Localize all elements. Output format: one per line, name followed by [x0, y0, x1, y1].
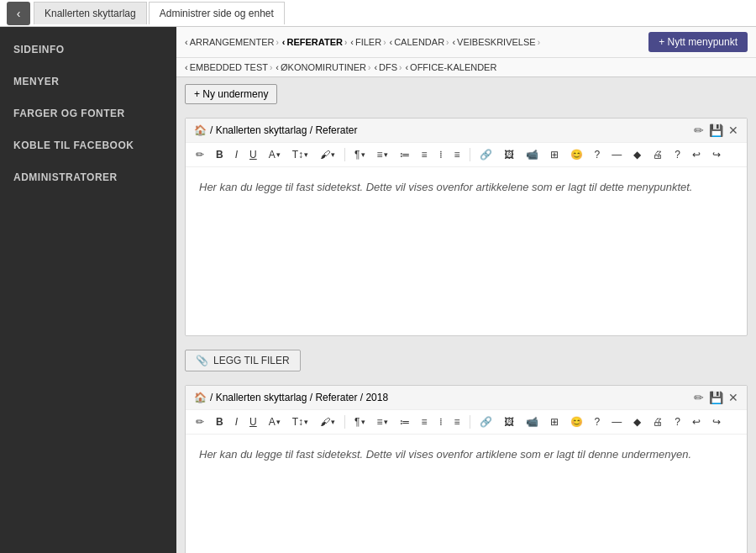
- toolbar-list1-btn[interactable]: ≔: [395, 146, 415, 163]
- chevron-right-icon5: ›: [538, 38, 540, 47]
- toolbar2-shape-btn[interactable]: ◆: [628, 413, 646, 430]
- sidebar-item-koble[interactable]: KOBLE TIL FACEBOOK: [0, 129, 176, 161]
- nav-dfs[interactable]: ‹ DFS ›: [374, 62, 402, 72]
- close-icon[interactable]: ✕: [728, 124, 738, 137]
- main-layout: SIDEINFO MENYER FARGER OG FONTER KOBLE T…: [0, 27, 756, 553]
- toolbar2-italic-btn[interactable]: I: [230, 413, 243, 430]
- toolbar-link-btn[interactable]: 🔗: [475, 146, 497, 163]
- chevron-left-icon: ‹: [185, 37, 188, 47]
- toolbar-image-btn[interactable]: 🖼: [499, 146, 519, 163]
- nav-office-kalender[interactable]: ‹ OFFICE-KALENDER: [405, 62, 496, 72]
- toolbar2-size-btn[interactable]: T↕ ▾: [287, 413, 313, 430]
- toolbar-edit-btn[interactable]: ✏: [191, 146, 209, 163]
- new-menu-button[interactable]: + Nytt menypunkt: [648, 32, 748, 52]
- toolbar2-list1-btn[interactable]: ≔: [395, 413, 415, 430]
- edit-icon[interactable]: ✏: [694, 124, 704, 137]
- chevron-right-icon: ›: [276, 38, 279, 47]
- file-upload-button[interactable]: 📎 LEGG TIL FILER: [185, 350, 301, 371]
- toolbar-dash-btn[interactable]: —: [606, 146, 627, 163]
- toolbar-shape-btn[interactable]: ◆: [628, 146, 646, 163]
- chevron-right-icon6: ›: [270, 63, 272, 72]
- edit-icon2[interactable]: ✏: [694, 391, 704, 404]
- nav-arrangementer[interactable]: ‹ ARRANGEMENTER ›: [185, 37, 279, 47]
- toolbar2-image-btn[interactable]: 🖼: [499, 413, 519, 430]
- chevron-left-icon3: ‹: [350, 37, 354, 47]
- save-icon2[interactable]: 💾: [709, 391, 723, 404]
- toolbar2-video-btn[interactable]: 📹: [521, 413, 543, 430]
- editor1-content[interactable]: Her kan du legge til fast sidetekst. Det…: [186, 167, 747, 335]
- chevron-left-icon5: ‹: [452, 37, 455, 47]
- toolbar-highlight-btn[interactable]: 🖌 ▾: [315, 146, 340, 163]
- toolbar-special-btn[interactable]: ?: [590, 146, 606, 163]
- new-submenu-button[interactable]: + Ny undermeny: [185, 84, 277, 104]
- editor1-actions: ✏ 💾 ✕: [694, 124, 738, 137]
- toolbar2-link-btn[interactable]: 🔗: [475, 413, 497, 430]
- sidebar-item-farger[interactable]: FARGER OG FONTER: [0, 97, 176, 129]
- toolbar-list3-btn[interactable]: ≡: [449, 146, 465, 163]
- nav-calendar[interactable]: ‹ CALENDAR ›: [390, 37, 449, 47]
- toolbar-help-btn[interactable]: ?: [669, 146, 685, 163]
- toolbar-indent-btn[interactable]: ⁞: [434, 146, 448, 163]
- toolbar-redo-btn[interactable]: ↪: [707, 146, 726, 163]
- toolbar2-help-btn[interactable]: ?: [669, 413, 685, 430]
- toolbar2-divider2: [470, 415, 470, 429]
- toolbar-align-btn[interactable]: ≡ ▾: [372, 146, 393, 163]
- toolbar-size-btn[interactable]: T↕ ▾: [287, 146, 313, 163]
- toolbar-video-btn[interactable]: 📹: [521, 146, 543, 163]
- editor-block-1: 🏠 / Knallerten skyttarlag / Referater ✏ …: [185, 118, 748, 336]
- home-icon: 🏠: [194, 124, 207, 136]
- toolbar2-underline-btn[interactable]: U: [244, 413, 262, 430]
- sidebar-item-sideinfo[interactable]: SIDEINFO: [0, 34, 176, 66]
- toolbar2-undo-btn[interactable]: ↩: [687, 413, 706, 430]
- toolbar2-table-btn[interactable]: ⊞: [545, 413, 564, 430]
- toolbar2-highlight-btn[interactable]: 🖌 ▾: [315, 413, 340, 430]
- toolbar2-bold-btn[interactable]: B: [211, 413, 228, 430]
- toolbar2-dash-btn[interactable]: —: [606, 413, 627, 430]
- editor2-toolbar: ✏ B I U A ▾ T↕ ▾ 🖌 ▾ ¶ ▾ ≡ ▾ ≔ ≡ ⁞ ≡ 🔗 🖼…: [186, 410, 747, 434]
- chevron-right-icon4: ›: [446, 38, 449, 47]
- nav-okonomirutiner[interactable]: ‹ ØKONOMIRUTINER ›: [276, 62, 370, 72]
- nav-referater[interactable]: ‹ REFERATER ›: [282, 37, 347, 47]
- toolbar2-redo-btn[interactable]: ↪: [707, 413, 726, 430]
- sidebar: SIDEINFO MENYER FARGER OG FONTER KOBLE T…: [0, 27, 176, 553]
- editor2-breadcrumb: 🏠 / Knallerten skyttarlag / Referater / …: [186, 386, 747, 410]
- toolbar-table-btn[interactable]: ⊞: [545, 146, 564, 163]
- toolbar2-paragraph-btn[interactable]: ¶ ▾: [349, 413, 370, 430]
- editor1-breadcrumb-text: / Knallerten skyttarlag / Referater: [210, 124, 357, 136]
- toolbar-color-btn[interactable]: A ▾: [264, 146, 286, 163]
- tab-knallerten[interactable]: Knallerten skyttarlag: [34, 2, 147, 24]
- nav-filer[interactable]: ‹ FILER ›: [350, 37, 386, 47]
- toolbar-italic-btn[interactable]: I: [230, 146, 243, 163]
- editor2-content[interactable]: Her kan du legge til fast sidetekst. Det…: [186, 434, 747, 553]
- toolbar2-align-btn[interactable]: ≡ ▾: [372, 413, 393, 430]
- sidebar-item-menyer[interactable]: MENYER: [0, 66, 176, 97]
- toolbar2-emoji-btn[interactable]: 😊: [565, 413, 588, 430]
- toolbar2-indent-btn[interactable]: ⁞: [434, 413, 448, 430]
- toolbar-divider1: [344, 148, 345, 161]
- toolbar2-print-btn[interactable]: 🖨: [648, 413, 668, 430]
- toolbar2-special-btn[interactable]: ?: [590, 413, 606, 430]
- toolbar-undo-btn[interactable]: ↩: [687, 146, 706, 163]
- home-icon2: 🏠: [194, 392, 207, 403]
- back-button[interactable]: ‹: [7, 2, 30, 25]
- toolbar-print-btn[interactable]: 🖨: [648, 146, 668, 163]
- close-icon2[interactable]: ✕: [728, 391, 738, 404]
- toolbar2-edit-btn[interactable]: ✏: [191, 413, 209, 430]
- toolbar-divider2: [470, 148, 470, 161]
- sidebar-item-administratorer[interactable]: ADMINISTRATORER: [0, 161, 176, 193]
- toolbar-underline-btn[interactable]: U: [244, 146, 262, 163]
- toolbar-bold-btn[interactable]: B: [211, 146, 228, 163]
- toolbar-emoji-btn[interactable]: 😊: [565, 146, 588, 163]
- nav-embedded-test[interactable]: ‹ EMBEDDED TEST ›: [185, 62, 272, 72]
- top-tab-bar: ‹ Knallerten skyttarlag Administrer side…: [0, 0, 756, 27]
- nav-veibeskrivelse[interactable]: ‹ VEIBESKRIVELSE ›: [452, 37, 540, 47]
- toolbar2-color-btn[interactable]: A ▾: [264, 413, 286, 430]
- tab-administrer[interactable]: Administrer side og enhet: [149, 2, 285, 24]
- toolbar-list2-btn[interactable]: ≡: [417, 146, 433, 163]
- toolbar-paragraph-btn[interactable]: ¶ ▾: [349, 146, 370, 163]
- chevron-left-icon4: ‹: [390, 37, 393, 47]
- chevron-left-icon9: ‹: [405, 62, 408, 72]
- toolbar2-list2-btn[interactable]: ≡: [417, 413, 433, 430]
- save-icon[interactable]: 💾: [709, 124, 723, 137]
- toolbar2-list3-btn[interactable]: ≡: [449, 413, 465, 430]
